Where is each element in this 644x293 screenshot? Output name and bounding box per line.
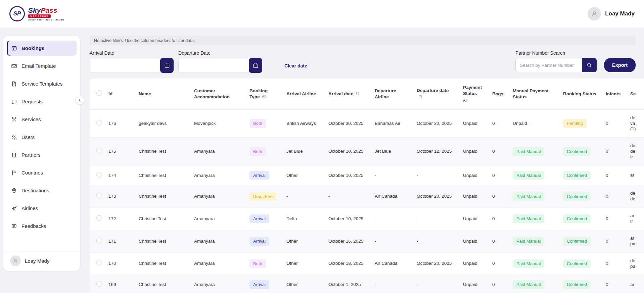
column-header-name[interactable]: Name xyxy=(135,79,190,109)
column-header-booking_status[interactable]: Booking Status xyxy=(559,79,602,109)
booking-row-173[interactable]: 173Christine TestAmanyaraDeparture--Air … xyxy=(90,185,644,208)
sidebar-item-partners[interactable]: Partners xyxy=(7,147,77,162)
sidebar-item-bookings[interactable]: Bookings xyxy=(7,41,77,56)
row-checkbox[interactable] xyxy=(96,260,102,265)
column-header-bags[interactable]: Bags xyxy=(488,79,509,109)
sidebar-item-services[interactable]: Services xyxy=(7,112,77,127)
departure-date-calendar-button[interactable] xyxy=(249,58,262,73)
sidebar-item-email-template[interactable]: Email Template xyxy=(7,58,77,74)
services-text: de xyxy=(630,196,644,202)
cell-accommodation: Amanyara xyxy=(194,216,215,221)
calendar-icon xyxy=(164,63,170,68)
booking-row-174[interactable]: 174Christine TestAmanyaraArrivalOtherOct… xyxy=(90,165,644,185)
cell-booking_status: Confirmed xyxy=(559,165,602,185)
sidebar-item-destinations[interactable]: Destinations xyxy=(7,183,77,198)
booking-row-175[interactable]: 175Christine TestAmanyaraBothJet BlueOct… xyxy=(90,138,644,166)
cell-payment_status: Unpaid xyxy=(463,121,477,126)
booking-row-172[interactable]: 172Christine TestAmanyaraArrivalDeltaOct… xyxy=(90,208,644,230)
row-checkbox[interactable] xyxy=(96,238,102,243)
row-checkbox[interactable] xyxy=(96,193,102,198)
cell-bags: 0 xyxy=(492,121,495,126)
sidebar-item-label: Feedbacks xyxy=(21,223,46,229)
cell-booking_type: Departure xyxy=(245,185,282,208)
column-header-payment_status[interactable]: Payment StatusAll xyxy=(459,79,488,109)
partner-search-button[interactable] xyxy=(582,58,597,72)
row-checkbox[interactable] xyxy=(96,215,102,221)
sidebar-item-countries[interactable]: Countries xyxy=(7,165,77,180)
cell-select xyxy=(90,230,104,252)
clear-date-link[interactable]: Clear date xyxy=(284,63,307,68)
cell-departure_date: - xyxy=(413,208,459,230)
row-checkbox[interactable] xyxy=(96,120,102,126)
cell-arrival_date: October 30, 2025 xyxy=(324,109,371,138)
cell-departure_airline: - xyxy=(375,216,376,221)
filter-all-dropdown[interactable]: All xyxy=(262,95,266,99)
cell-name: Christine Test xyxy=(139,261,166,266)
services-icon xyxy=(11,116,17,123)
skypass-logo[interactable]: SP SkyPass Caribbean Airport Fast Track … xyxy=(9,6,64,21)
column-header-departure_date[interactable]: Departure date xyxy=(413,79,459,109)
requests-icon xyxy=(11,99,17,105)
cell-arrival_airline: Delta xyxy=(282,208,324,230)
column-header-infants[interactable]: Infants xyxy=(602,79,626,109)
cell-name: Christine Test xyxy=(139,216,166,221)
sidebar-footer-user[interactable]: Loay Mady xyxy=(3,251,80,266)
cell-departure_date: - xyxy=(413,275,459,293)
cell-bags: 0 xyxy=(488,252,509,275)
cell-arrival_airline: Jet Blue xyxy=(286,149,303,154)
cell-booking_status: Confirmed xyxy=(559,185,602,208)
cell-arrival_date: October 30, 2025 xyxy=(328,121,363,126)
sidebar-item-requests[interactable]: Requests xyxy=(7,94,77,109)
arrival-date-calendar-button[interactable] xyxy=(160,58,174,73)
partner-search-input[interactable] xyxy=(515,58,582,72)
cell-id: 174 xyxy=(108,173,116,178)
cell-id: 169 xyxy=(104,275,135,293)
column-header-arrival_date[interactable]: Arrival date xyxy=(324,79,371,109)
arrival-date-input[interactable] xyxy=(90,58,161,73)
column-header-booking_type[interactable]: Booking TypeAll xyxy=(245,79,282,109)
column-header-services[interactable]: Se xyxy=(626,79,644,109)
filter-all-dropdown[interactable]: All xyxy=(463,98,484,103)
cell-departure_date: - xyxy=(413,230,459,252)
select-all-checkbox[interactable] xyxy=(96,90,102,96)
sidebar-item-users[interactable]: Users xyxy=(7,130,77,145)
column-header-arrival_airline[interactable]: Arrival Airline xyxy=(282,79,324,109)
cell-departure_airline: - xyxy=(375,239,376,244)
column-header-departure_airline[interactable]: Departure Airline xyxy=(371,79,413,109)
cell-accommodation: Amanyara xyxy=(194,282,215,287)
row-checkbox[interactable] xyxy=(96,281,102,287)
cell-id: 175 xyxy=(104,138,135,166)
sidebar-item-airlines[interactable]: Airlines xyxy=(7,201,77,216)
column-header-id[interactable]: Id xyxy=(104,79,135,109)
booking-row-176[interactable]: 176geekyair devsMovenpickBothBritish Air… xyxy=(90,109,644,138)
user-name: Loay Mady xyxy=(605,10,635,17)
manual-payment-status-badge: Paid Manual xyxy=(513,171,544,180)
cell-arrival_date: October 10, 2025 xyxy=(328,216,363,221)
column-header-accommodation[interactable]: Customer Accommodation xyxy=(190,79,245,109)
booking-row-170[interactable]: 170Christine TestAmanyaraBothOtherOctobe… xyxy=(90,252,644,275)
booking-row-171[interactable]: 171Christine TestAmanyaraArrivalOtherOct… xyxy=(90,230,644,252)
column-header-manual_payment_status[interactable]: Manual Payment Status xyxy=(509,79,559,109)
cell-name: Christine Test xyxy=(139,173,166,178)
cell-departure_airline: Bahamas Air xyxy=(371,109,413,138)
cell-arrival_date: October 10, 2025 xyxy=(324,208,371,230)
cell-manual_payment_status: Paid Manual xyxy=(509,230,559,252)
sidebar-collapse-button[interactable] xyxy=(75,96,84,105)
sidebar: BookingsEmail TemplateService TemplatesR… xyxy=(3,36,80,271)
departure-date-input[interactable] xyxy=(178,58,249,73)
cell-booking_status: Confirmed xyxy=(559,275,602,293)
cell-services: dedetr xyxy=(626,138,644,166)
bookings-page: No active filters. Use the column header… xyxy=(90,36,644,293)
services-text: tr xyxy=(630,219,644,225)
sidebar-item-feedbacks[interactable]: Feedbacks xyxy=(7,218,77,234)
sidebar-item-service-templates[interactable]: Service Templates xyxy=(7,76,77,91)
row-checkbox[interactable] xyxy=(96,172,102,178)
topbar-user-menu[interactable]: Loay Mady xyxy=(588,7,635,20)
row-checkbox[interactable] xyxy=(96,148,102,153)
cell-id: 169 xyxy=(108,282,116,287)
export-button[interactable]: Export xyxy=(604,58,636,72)
booking-row-169[interactable]: 169Christine TestAmanyaraArrivalOtherOct… xyxy=(90,275,644,293)
cell-booking_type: Arrival xyxy=(245,208,282,230)
column-header-select[interactable] xyxy=(90,79,104,109)
cell-manual_payment_status: Paid Manual xyxy=(509,165,559,185)
